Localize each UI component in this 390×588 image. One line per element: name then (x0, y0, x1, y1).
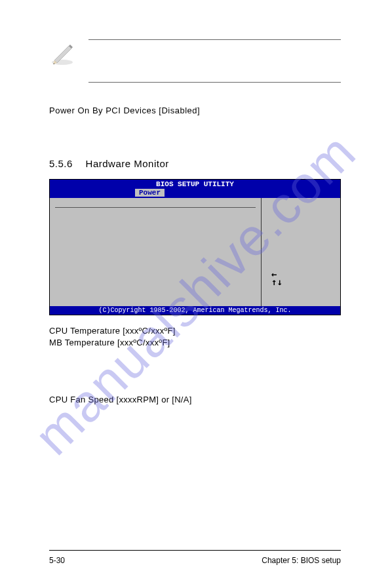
bios-tab-power: Power (135, 189, 165, 197)
section-title: Hardware Monitor (86, 158, 169, 169)
cpu-temp-line: CPU Temperature [xxxºC/xxxºF] (49, 325, 341, 337)
section-heading: 5.5.6 Hardware Monitor (49, 158, 341, 169)
setting-value: [Disabled] (159, 106, 200, 115)
pencil-icon (49, 39, 75, 66)
bios-screenshot: BIOS SETUP UTILITY Power ← ↑↓ (C)Copyrig… (49, 179, 341, 315)
page-footer: 5-30 Chapter 5: BIOS setup (49, 550, 341, 565)
chapter-title: Chapter 5: BIOS setup (262, 556, 341, 565)
bios-body: ← ↑↓ (50, 198, 340, 306)
cpu-fan-line: CPU Fan Speed [xxxxRPM] or [N/A] (49, 395, 341, 404)
mb-temp-line: MB Temperature [xxxºC/xxxºF] (49, 337, 341, 349)
setting-power-pci: Power On By PCI Devices [Disabled] (49, 106, 341, 115)
section-number: 5.5.6 (49, 158, 73, 169)
nav-arrows-icon: ← ↑↓ (271, 270, 283, 286)
bios-title-bar: BIOS SETUP UTILITY (50, 180, 340, 189)
bios-menu-bar: Power (50, 189, 340, 198)
note-lines (88, 39, 341, 83)
bios-copyright: (C)Copyright 1985-2002, American Megatre… (50, 306, 340, 315)
setting-label: Power On By PCI Devices (49, 106, 156, 115)
page-number: 5-30 (49, 556, 65, 565)
note-block (49, 39, 341, 83)
page-content: Power On By PCI Devices [Disabled] 5.5.6… (0, 0, 390, 588)
bios-left-panel (50, 198, 262, 306)
bios-right-panel: ← ↑↓ (262, 198, 340, 306)
